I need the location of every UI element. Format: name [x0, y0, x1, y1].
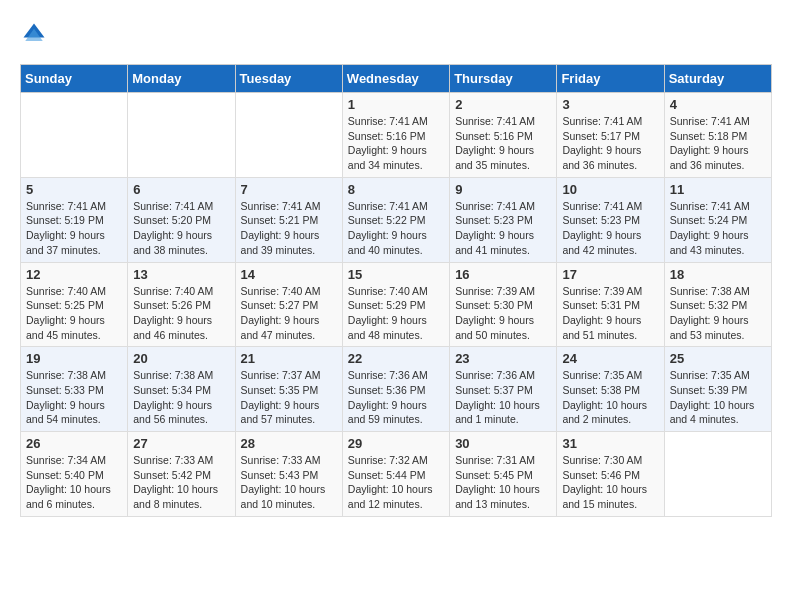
day-number: 30: [455, 436, 551, 451]
calendar-cell: 19Sunrise: 7:38 AMSunset: 5:33 PMDayligh…: [21, 347, 128, 432]
day-number: 27: [133, 436, 229, 451]
cell-info: Sunrise: 7:30 AMSunset: 5:46 PMDaylight:…: [562, 453, 658, 512]
cell-info: Sunrise: 7:38 AMSunset: 5:32 PMDaylight:…: [670, 284, 766, 343]
logo-icon: [20, 20, 48, 48]
calendar-cell: 15Sunrise: 7:40 AMSunset: 5:29 PMDayligh…: [342, 262, 449, 347]
calendar-cell: 24Sunrise: 7:35 AMSunset: 5:38 PMDayligh…: [557, 347, 664, 432]
cell-info: Sunrise: 7:38 AMSunset: 5:33 PMDaylight:…: [26, 368, 122, 427]
calendar-cell: 31Sunrise: 7:30 AMSunset: 5:46 PMDayligh…: [557, 432, 664, 517]
cell-info: Sunrise: 7:32 AMSunset: 5:44 PMDaylight:…: [348, 453, 444, 512]
cell-info: Sunrise: 7:41 AMSunset: 5:19 PMDaylight:…: [26, 199, 122, 258]
cell-info: Sunrise: 7:41 AMSunset: 5:23 PMDaylight:…: [562, 199, 658, 258]
day-number: 7: [241, 182, 337, 197]
calendar-cell: 28Sunrise: 7:33 AMSunset: 5:43 PMDayligh…: [235, 432, 342, 517]
day-number: 24: [562, 351, 658, 366]
day-number: 18: [670, 267, 766, 282]
calendar-cell: [235, 93, 342, 178]
week-row: 12Sunrise: 7:40 AMSunset: 5:25 PMDayligh…: [21, 262, 772, 347]
day-number: 6: [133, 182, 229, 197]
day-number: 21: [241, 351, 337, 366]
cell-info: Sunrise: 7:41 AMSunset: 5:17 PMDaylight:…: [562, 114, 658, 173]
column-header-tuesday: Tuesday: [235, 65, 342, 93]
day-number: 17: [562, 267, 658, 282]
day-number: 1: [348, 97, 444, 112]
calendar-cell: [21, 93, 128, 178]
cell-info: Sunrise: 7:36 AMSunset: 5:36 PMDaylight:…: [348, 368, 444, 427]
cell-info: Sunrise: 7:41 AMSunset: 5:22 PMDaylight:…: [348, 199, 444, 258]
calendar-cell: 2Sunrise: 7:41 AMSunset: 5:16 PMDaylight…: [450, 93, 557, 178]
header-row: SundayMondayTuesdayWednesdayThursdayFrid…: [21, 65, 772, 93]
calendar-cell: 14Sunrise: 7:40 AMSunset: 5:27 PMDayligh…: [235, 262, 342, 347]
calendar-cell: 17Sunrise: 7:39 AMSunset: 5:31 PMDayligh…: [557, 262, 664, 347]
cell-info: Sunrise: 7:31 AMSunset: 5:45 PMDaylight:…: [455, 453, 551, 512]
calendar-cell: 6Sunrise: 7:41 AMSunset: 5:20 PMDaylight…: [128, 177, 235, 262]
column-header-saturday: Saturday: [664, 65, 771, 93]
cell-info: Sunrise: 7:39 AMSunset: 5:30 PMDaylight:…: [455, 284, 551, 343]
cell-info: Sunrise: 7:41 AMSunset: 5:18 PMDaylight:…: [670, 114, 766, 173]
calendar-cell: 12Sunrise: 7:40 AMSunset: 5:25 PMDayligh…: [21, 262, 128, 347]
calendar-cell: [664, 432, 771, 517]
cell-info: Sunrise: 7:38 AMSunset: 5:34 PMDaylight:…: [133, 368, 229, 427]
cell-info: Sunrise: 7:41 AMSunset: 5:16 PMDaylight:…: [348, 114, 444, 173]
day-number: 12: [26, 267, 122, 282]
day-number: 20: [133, 351, 229, 366]
calendar-cell: 29Sunrise: 7:32 AMSunset: 5:44 PMDayligh…: [342, 432, 449, 517]
calendar-cell: 7Sunrise: 7:41 AMSunset: 5:21 PMDaylight…: [235, 177, 342, 262]
cell-info: Sunrise: 7:37 AMSunset: 5:35 PMDaylight:…: [241, 368, 337, 427]
column-header-sunday: Sunday: [21, 65, 128, 93]
day-number: 4: [670, 97, 766, 112]
calendar-table: SundayMondayTuesdayWednesdayThursdayFrid…: [20, 64, 772, 517]
cell-info: Sunrise: 7:40 AMSunset: 5:25 PMDaylight:…: [26, 284, 122, 343]
column-header-friday: Friday: [557, 65, 664, 93]
cell-info: Sunrise: 7:35 AMSunset: 5:38 PMDaylight:…: [562, 368, 658, 427]
cell-info: Sunrise: 7:41 AMSunset: 5:21 PMDaylight:…: [241, 199, 337, 258]
cell-info: Sunrise: 7:41 AMSunset: 5:16 PMDaylight:…: [455, 114, 551, 173]
calendar-cell: 10Sunrise: 7:41 AMSunset: 5:23 PMDayligh…: [557, 177, 664, 262]
column-header-monday: Monday: [128, 65, 235, 93]
logo: [20, 20, 52, 48]
day-number: 25: [670, 351, 766, 366]
cell-info: Sunrise: 7:40 AMSunset: 5:26 PMDaylight:…: [133, 284, 229, 343]
column-header-thursday: Thursday: [450, 65, 557, 93]
week-row: 19Sunrise: 7:38 AMSunset: 5:33 PMDayligh…: [21, 347, 772, 432]
calendar-cell: 20Sunrise: 7:38 AMSunset: 5:34 PMDayligh…: [128, 347, 235, 432]
calendar-cell: 8Sunrise: 7:41 AMSunset: 5:22 PMDaylight…: [342, 177, 449, 262]
calendar-cell: 21Sunrise: 7:37 AMSunset: 5:35 PMDayligh…: [235, 347, 342, 432]
calendar-cell: 18Sunrise: 7:38 AMSunset: 5:32 PMDayligh…: [664, 262, 771, 347]
cell-info: Sunrise: 7:33 AMSunset: 5:43 PMDaylight:…: [241, 453, 337, 512]
day-number: 10: [562, 182, 658, 197]
calendar-cell: 13Sunrise: 7:40 AMSunset: 5:26 PMDayligh…: [128, 262, 235, 347]
day-number: 5: [26, 182, 122, 197]
calendar-cell: 11Sunrise: 7:41 AMSunset: 5:24 PMDayligh…: [664, 177, 771, 262]
calendar-cell: 9Sunrise: 7:41 AMSunset: 5:23 PMDaylight…: [450, 177, 557, 262]
calendar-cell: 1Sunrise: 7:41 AMSunset: 5:16 PMDaylight…: [342, 93, 449, 178]
day-number: 29: [348, 436, 444, 451]
calendar-cell: [128, 93, 235, 178]
cell-info: Sunrise: 7:41 AMSunset: 5:23 PMDaylight:…: [455, 199, 551, 258]
day-number: 23: [455, 351, 551, 366]
day-number: 31: [562, 436, 658, 451]
calendar-cell: 26Sunrise: 7:34 AMSunset: 5:40 PMDayligh…: [21, 432, 128, 517]
week-row: 5Sunrise: 7:41 AMSunset: 5:19 PMDaylight…: [21, 177, 772, 262]
day-number: 15: [348, 267, 444, 282]
column-header-wednesday: Wednesday: [342, 65, 449, 93]
cell-info: Sunrise: 7:39 AMSunset: 5:31 PMDaylight:…: [562, 284, 658, 343]
calendar-cell: 27Sunrise: 7:33 AMSunset: 5:42 PMDayligh…: [128, 432, 235, 517]
day-number: 11: [670, 182, 766, 197]
week-row: 26Sunrise: 7:34 AMSunset: 5:40 PMDayligh…: [21, 432, 772, 517]
day-number: 9: [455, 182, 551, 197]
calendar-cell: 23Sunrise: 7:36 AMSunset: 5:37 PMDayligh…: [450, 347, 557, 432]
day-number: 28: [241, 436, 337, 451]
day-number: 22: [348, 351, 444, 366]
page-header: [20, 20, 772, 48]
cell-info: Sunrise: 7:33 AMSunset: 5:42 PMDaylight:…: [133, 453, 229, 512]
week-row: 1Sunrise: 7:41 AMSunset: 5:16 PMDaylight…: [21, 93, 772, 178]
day-number: 2: [455, 97, 551, 112]
calendar-cell: 16Sunrise: 7:39 AMSunset: 5:30 PMDayligh…: [450, 262, 557, 347]
day-number: 19: [26, 351, 122, 366]
calendar-cell: 30Sunrise: 7:31 AMSunset: 5:45 PMDayligh…: [450, 432, 557, 517]
cell-info: Sunrise: 7:41 AMSunset: 5:24 PMDaylight:…: [670, 199, 766, 258]
day-number: 3: [562, 97, 658, 112]
day-number: 13: [133, 267, 229, 282]
day-number: 8: [348, 182, 444, 197]
